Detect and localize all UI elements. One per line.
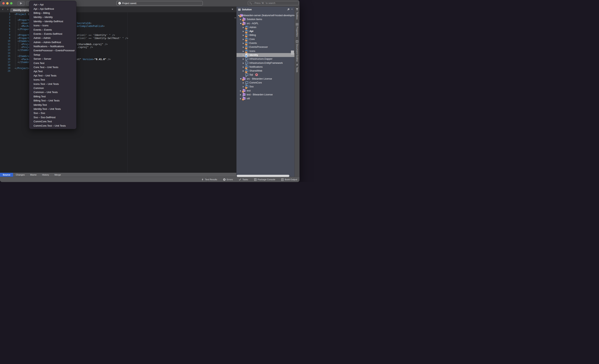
expand-arrow-icon[interactable] [240,19,241,20]
vc-tab-history[interactable]: History [39,173,52,177]
side-pad-tab-document-outline[interactable]: Document Outline [295,40,300,62]
status-item-errors[interactable]: Errors [223,178,233,181]
run-config-option-api-test[interactable]: Api.Test [29,69,76,73]
tree-item-notifications[interactable]: Notifications [237,65,294,69]
expand-arrow-icon[interactable] [243,86,244,88]
side-pad-tab-toolbox[interactable]: Toolbox [295,8,300,19]
run-config-option-identity-test-unit-tests[interactable]: Identity.Test – Unit Tests [29,107,76,111]
tree-item-sql[interactable]: Sql✕ [237,73,294,77]
tree-item-admin[interactable]: Admin [237,25,294,29]
side-pad-tab-properties[interactable]: Properties [295,23,300,37]
expand-arrow-icon[interactable] [243,27,244,28]
expand-arrow-icon[interactable] [240,98,241,99]
expand-arrow-icon[interactable] [243,31,244,32]
side-pad-tab-tests[interactable]: Tests [295,64,300,72]
tree-item-infrastructure-dapper[interactable]: Infrastructure.Dapper [237,57,294,61]
global-search-input[interactable]: ⌄ Press '⌘.' to search [248,1,299,5]
expand-arrow-icon[interactable] [243,70,244,72]
run-config-option-sso-sso[interactable]: Sso – Sso [29,111,76,115]
tree-item-commcore[interactable]: CommCore [237,81,294,85]
status-item-build-output[interactable]: Build Output [281,178,297,181]
run-config-option-eventsprocessor-eventsprocessor[interactable]: EventsProcessor – EventsProcessor [29,48,76,53]
run-config-option-api-api[interactable]: Api – Api [29,2,76,7]
expand-arrow-icon[interactable] [243,35,244,36]
expand-arrow-icon[interactable] [243,46,244,48]
run-config-option-api-test-unit-tests[interactable]: Api.Test – Unit Tests [29,73,76,78]
run-config-option-billing-billing[interactable]: Billing – Billing [29,11,76,15]
run-button[interactable] [17,1,25,6]
tree-item-billing[interactable]: Billing [237,33,294,37]
tree-item-core[interactable]: Core [237,37,294,41]
run-config-option-common-unit-tests[interactable]: Common – Unit Tests [29,90,76,94]
status-item-tasks[interactable]: Tasks [239,178,248,181]
traffic-light-close[interactable] [2,2,5,4]
close-icon[interactable]: ✕ [291,8,293,10]
run-config-option-icons-test-unit-tests[interactable]: Icons.Test – Unit Tests [29,82,76,86]
project2-icon [246,58,248,60]
back-button[interactable]: ‹ [1,7,4,11]
tree-item-bitwarden-server-feature-self-hosted-development[interactable]: bitwarden-server (feature/self-hosted-de… [237,13,294,17]
tree-item-identity[interactable]: Identity [237,53,294,57]
vc-tab-blame[interactable]: Blame [27,173,39,177]
expand-arrow-icon[interactable] [243,54,244,56]
status-item-test-results[interactable]: Test Results [201,178,217,181]
traffic-light-minimize[interactable] [6,2,9,4]
tree-item-test[interactable]: test [237,89,294,93]
vc-tab-changes[interactable]: Changes [13,173,27,177]
tree-item-util[interactable]: util [237,97,294,100]
run-config-option-admin-admin[interactable]: Admin – Admin [29,36,76,40]
tree-item-api[interactable]: Api [237,29,294,33]
tree-item-sso[interactable]: Sso [237,85,294,89]
status-item-package-console[interactable]: Package Console [254,178,275,181]
run-config-option-billing-test-unit-tests[interactable]: Billing.Test – Unit Tests [29,98,76,103]
run-config-option-api-api-selfhost[interactable]: Api – Api-SelfHost [29,7,76,11]
expand-arrow-icon[interactable] [240,94,241,96]
run-config-option-identity-identity-selfhost[interactable]: Identity – Identity-SelfHost [29,19,76,23]
run-config-option-sso-sso-selfhost[interactable]: Sso – Sso-SelfHost [29,115,76,119]
tab-list-chevron-icon[interactable] [232,9,233,10]
document-tab[interactable]: Identity.csproj [10,8,32,12]
expand-arrow-icon[interactable] [240,90,241,92]
run-config-option-common[interactable]: Common [29,86,76,90]
tree-item-events[interactable]: Events [237,41,294,45]
tree-item-src-agpl[interactable]: src - AGPL [237,21,294,25]
traffic-light-zoom[interactable] [10,2,12,4]
expand-arrow-icon[interactable] [243,51,244,52]
solution-horizontal-scrollbar[interactable] [237,175,289,177]
collapse-arrow-icon[interactable] [240,23,242,24]
vc-tab-source[interactable]: Source [0,173,13,177]
run-config-option-commcore-test-unit-tests[interactable]: CommCore.Test – Unit Tests [29,124,76,128]
tree-item-infrastructure-entityframework[interactable]: Infrastructure.EntityFramework [237,61,294,65]
run-config-option-identity-test[interactable]: Identity.Test [29,103,76,107]
forward-button[interactable]: › [6,7,9,11]
expand-arrow-icon[interactable] [243,66,244,68]
run-config-option-commcore-test[interactable]: CommCore.Test [29,119,76,124]
tree-item-solution-items[interactable]: Solution Items [237,17,294,21]
run-config-option-events-events[interactable]: Events – Events [29,27,76,32]
run-config-option-core-test[interactable]: Core.Test [29,61,76,65]
run-config-option-identity-identity[interactable]: Identity – Identity [29,15,76,19]
vc-tab-merge[interactable]: Merge [52,173,63,177]
run-config-option-events-events-selfhost[interactable]: Events – Events-SelfHost [29,32,76,36]
tree-item-icons[interactable]: Icons [237,49,294,53]
collapse-arrow-icon[interactable] [240,79,242,80]
run-config-option-server-server[interactable]: Server – Server [29,57,76,61]
tree-item-src-bitwarden-license[interactable]: src - Bitwarden License [237,77,294,81]
run-config-option-icons-icons[interactable]: Icons – Icons [29,23,76,27]
run-config-option-notifications-notifications[interactable]: Notifications – Notifications [29,44,76,48]
expand-arrow-icon[interactable] [243,58,244,60]
tree-item-sharedweb[interactable]: SharedWeb [237,69,294,73]
run-config-option-icons-test[interactable]: Icons.Test [29,78,76,82]
expand-arrow-icon[interactable] [243,62,244,64]
expand-arrow-icon[interactable] [243,43,244,44]
expand-arrow-icon[interactable] [243,39,244,40]
tree-item-test-bitwarden-license[interactable]: test - Bitwarden License [237,93,294,97]
expand-arrow-icon[interactable] [243,82,244,84]
run-config-option-core-test-unit-tests[interactable]: Core.Test – Unit Tests [29,65,76,69]
solution-vertical-scrollbar[interactable] [291,51,294,55]
run-config-option-billing-test[interactable]: Billing.Test [29,94,76,98]
tree-item-eventsprocessor[interactable]: EventsProcessor [237,45,294,49]
run-config-option-admin-admin-selfhost[interactable]: Admin – Admin-SelfHost [29,40,76,44]
run-config-option-setup[interactable]: Setup [29,53,76,57]
editor-scrollbar-thumb[interactable] [234,18,236,18]
